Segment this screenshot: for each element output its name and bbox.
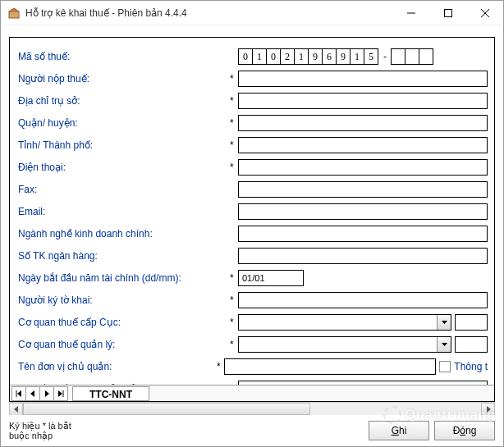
tab-bar: TTC-NNT	[10, 385, 494, 402]
svg-rect-0	[9, 11, 19, 18]
tax-ext-2[interactable]	[419, 48, 433, 65]
checkbox-label: Thông t	[454, 361, 488, 372]
scroll-right-button[interactable]	[481, 403, 495, 415]
combo-coquanthuequanly[interactable]	[238, 336, 451, 353]
tab-ttc-nnt[interactable]: TTC-NNT	[72, 386, 149, 401]
tax-digit-3[interactable]	[280, 48, 295, 65]
required-star: *	[230, 272, 238, 284]
tax-dash: -	[378, 51, 392, 62]
input-nganhnghe[interactable]	[238, 226, 488, 242]
label-coquanthuequanly: Cơ quan thuế quản lý:	[18, 339, 230, 350]
label-tendonvichuquan: Tên đơn vị chủ quản:	[18, 361, 217, 372]
input-tinhthanhpho[interactable]	[238, 137, 488, 153]
tax-digit-5[interactable]	[308, 48, 323, 65]
horizontal-scrollbar[interactable]	[9, 402, 495, 415]
combo-coquanthueapcuc[interactable]	[238, 314, 451, 331]
close-button[interactable]	[466, 1, 503, 25]
label-quanhuyen: Quận/ huyện:	[18, 117, 230, 129]
input-email[interactable]	[238, 203, 488, 220]
required-star: *	[230, 383, 238, 385]
tax-digit-6[interactable]	[322, 48, 337, 65]
input-masothuedonvi[interactable]	[238, 381, 488, 385]
required-note: Ký hiệu * là bắtbuộc nhập	[9, 421, 364, 440]
svg-marker-5	[442, 321, 447, 324]
required-star: *	[230, 139, 238, 151]
tax-digit-1[interactable]	[252, 48, 267, 65]
label-nguoikytokhai: Người ký tờ khai:	[18, 294, 230, 306]
tax-ext-1[interactable]	[405, 48, 419, 65]
input-fax[interactable]	[238, 181, 488, 198]
input-sotknganhang[interactable]	[238, 248, 488, 264]
app-window: Hỗ trợ kê khai thuế - Phiên bản 4.4.4 Mã…	[0, 0, 504, 447]
footer-bar: Ký hiệu * là bắtbuộc nhập Ghi Đóng	[1, 415, 503, 446]
svg-rect-2	[444, 9, 451, 16]
label-coquanthueapcuc: Cơ quan thuế cấp Cục:	[18, 317, 230, 328]
minimize-button[interactable]	[392, 1, 429, 25]
label-diachi: Địa chỉ trụ sở:	[18, 95, 230, 107]
form-area: Mã số thuế:	[10, 38, 494, 385]
nav-first-button[interactable]	[11, 386, 26, 401]
tax-ext-0[interactable]	[391, 48, 405, 65]
svg-marker-14	[487, 406, 491, 413]
nav-next-button[interactable]	[39, 386, 54, 401]
svg-marker-11	[58, 390, 62, 397]
tax-digit-2[interactable]	[266, 48, 281, 65]
svg-marker-9	[30, 390, 34, 397]
dropdown-icon[interactable]	[437, 337, 451, 352]
required-star: *	[230, 339, 238, 350]
label-nguoinopthue: Người nộp thuế:	[18, 73, 230, 84]
titlebar: Hỗ trợ kê khai thuế - Phiên bản 4.4.4	[1, 1, 503, 25]
checkbox-thongtin[interactable]	[439, 361, 451, 372]
label-ngaybatdau: Ngày bắt đầu năm tài chính (dd/mm):	[18, 272, 230, 284]
scroll-track[interactable]	[23, 403, 481, 415]
maximize-button[interactable]	[429, 1, 466, 25]
scroll-thumb[interactable]	[23, 403, 310, 415]
tax-digit-4[interactable]	[294, 48, 309, 65]
required-star: *	[230, 117, 238, 129]
input-dienthoai[interactable]	[238, 159, 488, 176]
label-dienthoai: Điện thoại:	[18, 162, 230, 173]
required-star: *	[230, 73, 238, 84]
app-icon	[7, 7, 21, 20]
required-star: *	[230, 162, 238, 173]
input-coquanthuequanly-extra[interactable]	[455, 336, 488, 353]
tax-digit-8[interactable]	[350, 48, 364, 65]
input-coquanthueapcuc-extra[interactable]	[455, 314, 488, 331]
tax-digit-0[interactable]	[238, 48, 253, 65]
required-star: *	[217, 361, 224, 372]
nav-last-button[interactable]	[53, 386, 68, 401]
svg-marker-13	[14, 406, 18, 413]
input-ngaybatdau[interactable]	[238, 270, 304, 286]
input-nguoikytokhai[interactable]	[238, 292, 488, 308]
save-label-rest: hi	[399, 425, 406, 436]
label-sotknganhang: Số TK ngân hàng:	[18, 250, 230, 262]
svg-marker-8	[17, 390, 21, 397]
input-quanhuyen[interactable]	[238, 115, 488, 131]
nav-prev-button[interactable]	[25, 386, 40, 401]
scroll-left-button[interactable]	[9, 403, 23, 415]
required-star: *	[230, 317, 238, 328]
label-nganhnghe: Ngành nghề kinh doanh chính:	[18, 228, 230, 239]
tax-digit-7[interactable]	[336, 48, 351, 65]
input-nguoinopthue[interactable]	[238, 71, 488, 87]
window-title: Hỗ trợ kê khai thuế - Phiên bản 4.4.4	[25, 7, 392, 19]
label-tinhthanhpho: Tỉnh/ Thành phố:	[18, 139, 230, 151]
input-tendonvichuquan[interactable]	[224, 358, 436, 375]
svg-marker-10	[45, 390, 49, 397]
save-button[interactable]: Ghi	[369, 421, 429, 440]
dropdown-icon[interactable]	[437, 315, 451, 330]
input-diachi[interactable]	[238, 93, 488, 109]
label-masothue: Mã số thuế:	[18, 51, 230, 62]
close-button-footer[interactable]: Đóng	[434, 421, 495, 440]
label-fax: Fax:	[18, 184, 230, 195]
tax-code-boxes: -	[238, 48, 433, 65]
required-star: *	[230, 95, 238, 107]
required-star: *	[230, 294, 238, 306]
tax-digit-9[interactable]	[364, 48, 378, 65]
label-email: Email:	[18, 206, 230, 217]
label-masothuedonvi: Mã số thuế đơn vị chủ quản:	[18, 383, 230, 385]
form-container: Mã số thuế:	[9, 37, 495, 402]
svg-marker-6	[442, 343, 447, 346]
content-panel: Mã số thuế:	[1, 29, 503, 415]
